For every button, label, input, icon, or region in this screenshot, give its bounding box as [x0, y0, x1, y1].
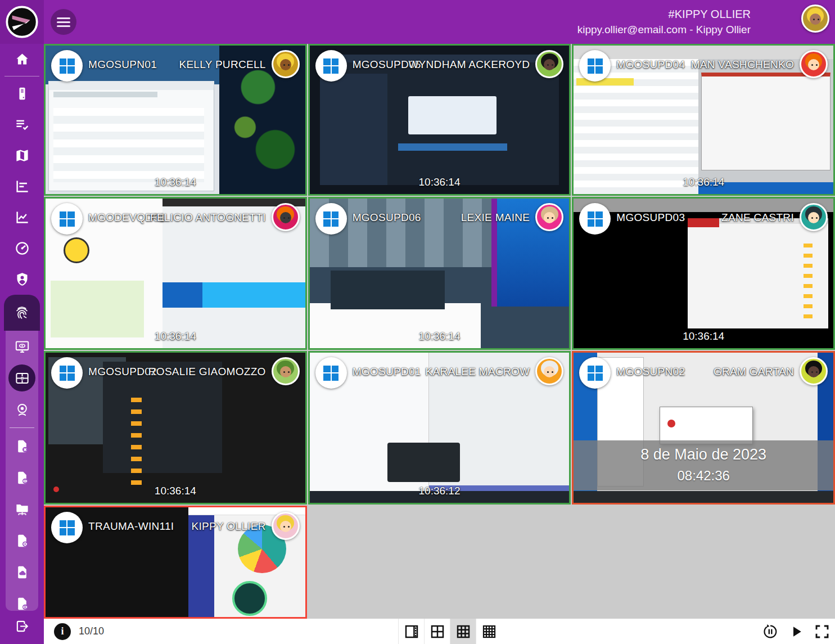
layout-2x2-icon [429, 623, 446, 640]
sidebar-item-audit[interactable] [4, 295, 40, 331]
screen-grid-icon [15, 371, 30, 386]
user-name: MAN VASHCHENKO [691, 58, 794, 71]
sidebar-item-logout[interactable] [0, 611, 44, 642]
windows-logo-icon [579, 50, 611, 82]
sidebar-item-analytics[interactable] [0, 202, 44, 233]
sidebar-divider [4, 76, 39, 76]
user-name: ROSALIE GIAOMOZZO [148, 366, 266, 378]
user-avatar [272, 357, 300, 385]
file-cog-icon [15, 533, 30, 548]
webcam-icon [15, 402, 30, 417]
sidebar-item-monitor-watch[interactable] [6, 331, 38, 362]
monitor-tile-mgosupn02[interactable]: MGOSUPN02 GRAM GARTAN 8 de Maio de 2023 … [572, 351, 835, 505]
monitor-tile-mgodevqd01[interactable]: MGODEVQD01 FELICIO ANTOGNETTI 10:36:14 [44, 197, 307, 350]
user-avatar [800, 357, 828, 385]
windows-logo-icon [315, 203, 347, 235]
sidebar-item-webcam[interactable] [6, 394, 38, 425]
sidebar-item-devices[interactable] [0, 78, 44, 109]
windows-logo-icon [51, 203, 83, 235]
menu-button[interactable] [51, 9, 76, 35]
chart-gantt-icon [15, 179, 30, 194]
windows-logo-icon [51, 357, 83, 389]
user-avatar [800, 50, 828, 78]
user-avatar [535, 50, 563, 78]
sidebar-item-map[interactable] [0, 140, 44, 171]
machine-name: MGOSUPD03 [616, 211, 685, 224]
sidebar-item-dashboard[interactable] [0, 233, 44, 264]
monitor-tile-mgosupd06[interactable]: MGOSUPD06 LEXIE MAINE 10:36:14 [308, 197, 571, 350]
sidebar-item-file-eye-alt[interactable] [6, 588, 38, 611]
playlist-check-icon [15, 117, 30, 132]
file-eye-icon [15, 470, 30, 485]
user-avatar [535, 203, 563, 231]
windows-logo-icon [579, 357, 611, 389]
capture-date: 8 de Maio de 2023 [574, 446, 833, 463]
rotation-pause-button[interactable] [757, 619, 783, 644]
remote-screen-thumbnail [46, 507, 305, 617]
fullscreen-icon [814, 623, 831, 640]
map-icon [15, 148, 30, 163]
sidebar-item-file-cog[interactable] [6, 525, 38, 556]
fingerprint-icon [14, 305, 30, 321]
play-icon [788, 623, 805, 640]
file-cloud-icon [15, 565, 30, 580]
layout-4x4-button[interactable] [476, 619, 502, 644]
monitor-tile-mgosupd04[interactable]: MGOSUPD04 MAN VASHCHENKO 10:36:14 [572, 44, 835, 196]
machine-name: MGOSUPD01 [353, 366, 421, 378]
monitor-tile-mgosupn01[interactable]: MGOSUPN01 KELLY PURCELL 10:36:14 [44, 44, 307, 196]
machine-name: MGOSUPD06 [353, 211, 421, 224]
windows-logo-icon [51, 512, 83, 543]
windows-logo-icon [315, 357, 347, 389]
hamburger-icon [57, 15, 70, 29]
layout-strip-icon [403, 623, 420, 640]
sidebar-item-file-cloud[interactable] [6, 556, 38, 588]
monitor-tile-mgosupd01[interactable]: MGOSUPD01 KARALEE MACROW 10:36:12 [308, 351, 571, 505]
monitor-tile-mgosupd02[interactable]: MGOSUPD02 ROSALIE GIAOMOZZO 10:36:14 [44, 351, 307, 505]
capture-timestamp: 10:36:14 [310, 330, 570, 343]
device-icon [15, 86, 30, 101]
capture-timestamp: 10:36:14 [574, 176, 833, 188]
sidebar-item-timeline[interactable] [0, 171, 44, 202]
remote-screen-thumbnail [574, 199, 833, 348]
remote-screen-thumbnail [46, 46, 305, 194]
file-remove-icon [15, 439, 30, 454]
user-name: KELLY PURCELL [179, 58, 265, 71]
header-avatar[interactable] [801, 4, 829, 33]
sidebar-item-screen-grid[interactable] [6, 362, 38, 394]
sidebar-item-network-share[interactable] [6, 493, 38, 525]
layout-strip-button[interactable] [398, 619, 424, 644]
capture-timestamp: 10:36:14 [46, 485, 305, 497]
chart-line-icon [15, 210, 30, 225]
info-icon[interactable]: i [54, 623, 71, 640]
sidebar-item-admin[interactable] [0, 264, 44, 295]
tile-count: 10/10 [79, 625, 104, 637]
file-eye-alt-icon [15, 596, 30, 611]
channel-name: #KIPPY OLLIER [577, 7, 751, 22]
sidebar-item-file-remove[interactable] [6, 430, 38, 462]
folder-network-icon [15, 502, 30, 517]
monitor-tile-mgosupd05[interactable]: MGOSUPD05 WYNDHAM ACKEROYD 10:36:14 [308, 44, 571, 196]
monitor-tile-trauma-win11i[interactable]: TRAUMA-WIN11I KIPPY OLLIER [44, 506, 307, 619]
stale-capture-datetime: 8 de Maio de 2023 08:42:36 [574, 440, 833, 490]
play-button[interactable] [783, 619, 809, 644]
sidebar-item-file-eye[interactable] [6, 462, 38, 493]
sidebar-item-home[interactable] [0, 44, 44, 75]
windows-logo-icon [51, 50, 83, 82]
fullscreen-button[interactable] [809, 619, 835, 644]
layout-3x3-button[interactable] [450, 619, 476, 644]
capture-timestamp: 10:36:14 [574, 330, 833, 343]
monitor-tile-mgosupd03[interactable]: MGOSUPD03 ZANE CASTRI 10:36:14 [572, 197, 835, 350]
machine-name: MGOSUPD02 [88, 366, 157, 378]
bottom-toolbar: i 10/10 [44, 619, 835, 644]
capture-timestamp: 10:36:14 [46, 176, 305, 188]
home-icon [15, 52, 30, 67]
layout-2x2-button[interactable] [424, 619, 450, 644]
machine-name: MGOSUPD04 [616, 58, 685, 71]
layout-3x3-icon [455, 623, 472, 640]
user-avatar [272, 203, 300, 231]
header-account-block: #KIPPY OLLIER kippy.ollier@email.com - K… [577, 7, 751, 37]
sidebar-item-tasks[interactable] [0, 109, 44, 140]
avatar-face [810, 13, 821, 25]
logout-icon [15, 619, 30, 634]
gauge-icon [15, 241, 30, 256]
